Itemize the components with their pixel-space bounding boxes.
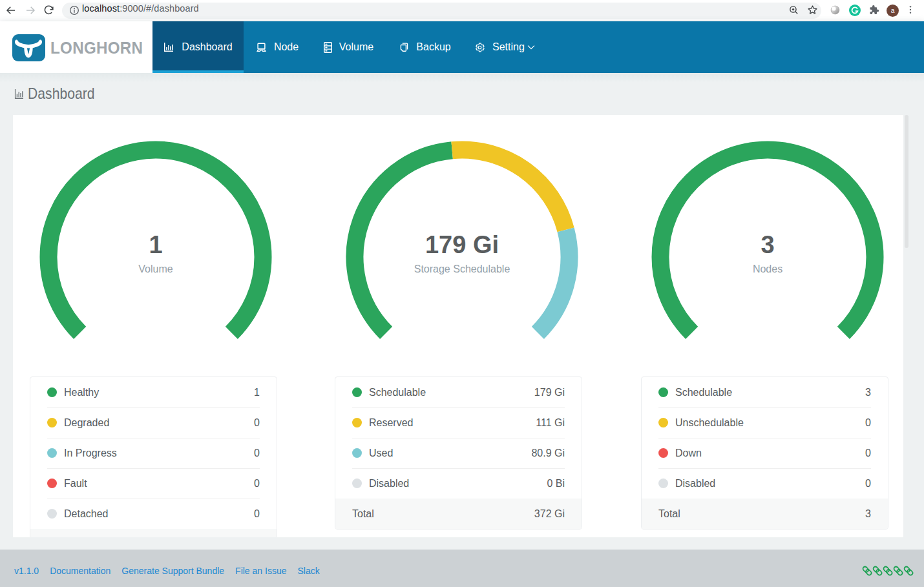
svg-text:a: a <box>891 7 895 14</box>
